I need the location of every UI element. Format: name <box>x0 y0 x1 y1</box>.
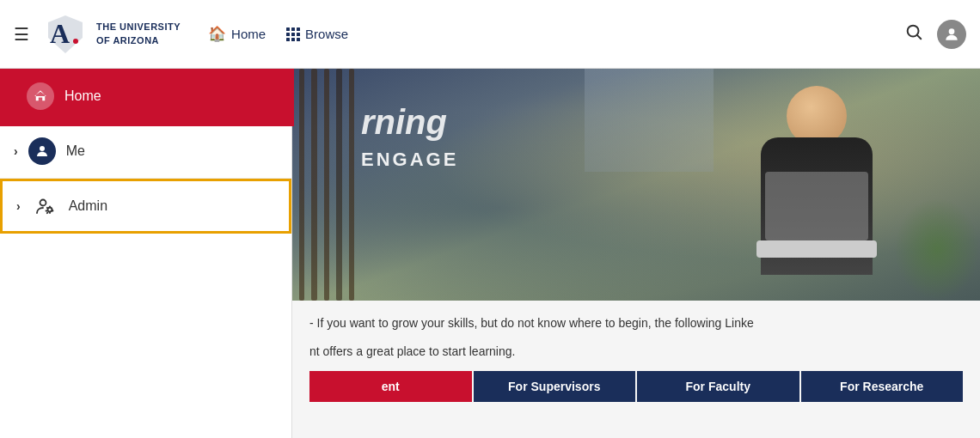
home-sidebar-label: Home <box>64 88 101 104</box>
bottom-table: ent For Supervisors For Faculty For Rese… <box>309 371 963 402</box>
hero-section: rning ENGAGE <box>292 69 980 301</box>
me-sidebar-icon <box>28 137 56 165</box>
nav-home-link[interactable]: 🏠 Home <box>208 25 266 43</box>
hamburger-menu-button[interactable]: ☰ <box>14 24 29 45</box>
table-cell-4[interactable]: For Researche <box>801 371 964 402</box>
admin-sidebar-label: Admin <box>69 198 107 214</box>
main-layout: Home › Me › Ad <box>0 69 980 438</box>
nav-links: 🏠 Home Browse <box>208 25 904 43</box>
nav-browse-link[interactable]: Browse <box>286 27 348 41</box>
sidebar: Home › Me › Ad <box>0 69 292 438</box>
sidebar-item-home[interactable]: Home <box>0 69 291 124</box>
browse-link-label: Browse <box>305 27 348 41</box>
search-button[interactable] <box>904 22 923 46</box>
svg-point-7 <box>40 200 46 206</box>
hero-foliage <box>894 198 980 301</box>
hero-building <box>585 69 714 172</box>
admin-sidebar-icon <box>31 192 58 220</box>
svg-text:A: A <box>50 18 70 49</box>
brand-text: The University of Arizona <box>96 21 181 47</box>
me-sidebar-label: Me <box>66 143 85 159</box>
hero-image-person <box>722 77 911 301</box>
grid-icon <box>286 27 300 41</box>
svg-point-5 <box>949 28 955 34</box>
hero-title: rning <box>361 103 458 142</box>
body-text-span2: nt offers a great place to start learnin… <box>309 344 515 358</box>
hero-vertical-bars <box>292 69 361 301</box>
top-navbar: ☰ A The University of Arizona 🏠 Home <box>0 0 980 69</box>
sidebar-item-admin[interactable]: › Admin <box>0 179 291 234</box>
user-avatar[interactable] <box>937 20 966 49</box>
home-icon: 🏠 <box>208 25 226 43</box>
sidebar-item-me[interactable]: › Me <box>0 124 291 179</box>
svg-line-4 <box>917 35 921 39</box>
hero-subtitle: ENGAGE <box>361 149 458 171</box>
content-area: rning ENGAGE - If you want to grow your … <box>292 69 980 438</box>
body-content: - If you want to grow your skills, but d… <box>292 301 980 438</box>
hero-text-overlay: rning ENGAGE <box>361 103 458 171</box>
university-logo[interactable]: A The University of Arizona <box>43 12 181 57</box>
table-cell-3[interactable]: For Faculty <box>637 371 799 402</box>
table-cell-2[interactable]: For Supervisors <box>474 371 636 402</box>
body-text-span1: - If you want to grow your skills, but d… <box>309 316 754 330</box>
home-sidebar-icon <box>27 82 54 110</box>
body-text-line1: - If you want to grow your skills, but d… <box>309 314 963 332</box>
nav-actions <box>904 20 966 49</box>
home-link-label: Home <box>231 27 266 41</box>
svg-point-2 <box>73 39 78 44</box>
body-text-line2: nt offers a great place to start learnin… <box>309 343 963 361</box>
table-cell-1[interactable]: ent <box>309 371 472 402</box>
svg-point-6 <box>40 146 45 151</box>
ua-logo-icon: A <box>43 12 88 57</box>
me-chevron-icon: › <box>14 144 18 158</box>
admin-chevron-icon: › <box>16 199 21 213</box>
